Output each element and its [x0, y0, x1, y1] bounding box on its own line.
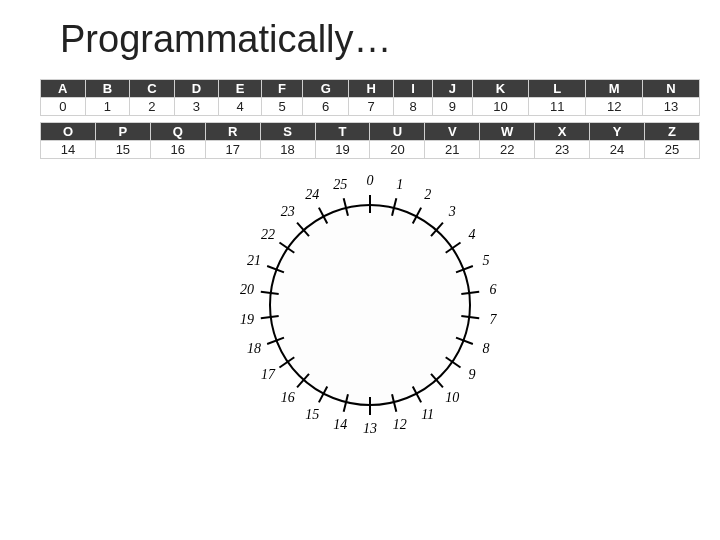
table-header-cell: R — [205, 123, 260, 141]
dial-number: 12 — [393, 417, 407, 433]
table-header-cell: D — [174, 80, 219, 98]
dial-number: 25 — [333, 177, 347, 193]
table-cell: 18 — [260, 141, 315, 159]
table-header-cell: C — [130, 80, 175, 98]
table-cell: 5 — [261, 98, 302, 116]
dial-number: 7 — [490, 312, 497, 328]
table-header-cell: A — [41, 80, 86, 98]
table-header-cell: Y — [590, 123, 645, 141]
dial-number: 10 — [445, 390, 459, 406]
dial-number: 13 — [363, 421, 377, 437]
dial-number: 3 — [449, 204, 456, 220]
table-header-cell: G — [303, 80, 349, 98]
dial-number: 9 — [469, 367, 476, 383]
dial-number: 15 — [305, 407, 319, 423]
table-cell: 15 — [95, 141, 150, 159]
table-cell: 7 — [349, 98, 394, 116]
table-header-cell: Z — [644, 123, 699, 141]
table-cell: 13 — [643, 98, 700, 116]
dial-number: 18 — [247, 341, 261, 357]
table-cell: 10 — [472, 98, 529, 116]
table-header-cell: N — [643, 80, 700, 98]
dial-number: 11 — [421, 407, 434, 423]
dial-number: 4 — [469, 227, 476, 243]
table-cell: 6 — [303, 98, 349, 116]
table-header-cell: L — [529, 80, 586, 98]
dial-number: 0 — [367, 173, 374, 189]
table-header-cell: P — [95, 123, 150, 141]
table-header-cell: O — [41, 123, 96, 141]
dial-number: 16 — [281, 390, 295, 406]
table-cell: 25 — [644, 141, 699, 159]
table-cell: 23 — [535, 141, 590, 159]
table-cell: 22 — [480, 141, 535, 159]
dial-number: 20 — [240, 282, 254, 298]
table-cell: 21 — [425, 141, 480, 159]
dial-number: 1 — [396, 177, 403, 193]
table-header-cell: V — [425, 123, 480, 141]
table-header-cell: J — [433, 80, 472, 98]
dial-number: 5 — [482, 253, 489, 269]
dial-number: 19 — [240, 312, 254, 328]
dial-number: 24 — [305, 187, 319, 203]
dial-number: 22 — [261, 227, 275, 243]
number-dial: 0123456789101112131415161718192021222324… — [230, 165, 510, 445]
table-header-cell: H — [349, 80, 394, 98]
table-header-cell: T — [315, 123, 370, 141]
dial-number: 23 — [281, 204, 295, 220]
table-cell: 2 — [130, 98, 175, 116]
table-cell: 8 — [393, 98, 432, 116]
table-cell: 1 — [85, 98, 130, 116]
table-cell: 20 — [370, 141, 425, 159]
alphabet-table-1: ABCDEFGHIJKLMN 012345678910111213 — [40, 79, 700, 116]
table-header-cell: S — [260, 123, 315, 141]
table-cell: 11 — [529, 98, 586, 116]
table-cell: 14 — [41, 141, 96, 159]
table-cell: 0 — [41, 98, 86, 116]
dial-number: 17 — [261, 367, 275, 383]
table-cell: 3 — [174, 98, 219, 116]
table-header-cell: X — [535, 123, 590, 141]
table-header-cell: Q — [150, 123, 205, 141]
table-cell: 24 — [590, 141, 645, 159]
table-header-cell: F — [261, 80, 302, 98]
table-header-cell: I — [393, 80, 432, 98]
alphabet-table-2: OPQRSTUVWXYZ 141516171819202122232425 — [40, 122, 700, 159]
dial-number: 21 — [247, 253, 261, 269]
dial-number: 6 — [490, 282, 497, 298]
table-header-cell: B — [85, 80, 130, 98]
table-header-cell: K — [472, 80, 529, 98]
table-cell: 4 — [219, 98, 262, 116]
svg-point-0 — [270, 205, 470, 405]
table-cell: 19 — [315, 141, 370, 159]
dial-number: 2 — [424, 187, 431, 203]
table-cell: 9 — [433, 98, 472, 116]
table-cell: 12 — [586, 98, 643, 116]
table-header-cell: M — [586, 80, 643, 98]
dial-number: 14 — [333, 417, 347, 433]
page-title: Programmatically… — [60, 18, 700, 61]
table-cell: 17 — [205, 141, 260, 159]
table-header-cell: U — [370, 123, 425, 141]
table-header-cell: W — [480, 123, 535, 141]
table-cell: 16 — [150, 141, 205, 159]
dial-number: 8 — [482, 341, 489, 357]
table-header-cell: E — [219, 80, 262, 98]
